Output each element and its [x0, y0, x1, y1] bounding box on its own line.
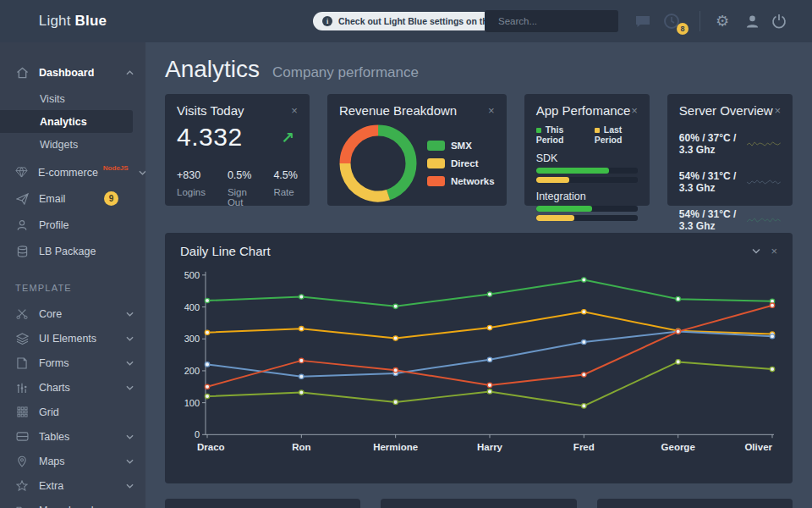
svg-text:500: 500 — [184, 270, 200, 280]
card-title: Revenue Breakdown — [339, 103, 457, 118]
logo-bold-text: Blue — [75, 13, 107, 29]
svg-text:George: George — [661, 442, 695, 452]
visits-today-card: Visits Today × 4.332 ↗ +830 Logins 0.5% — [165, 94, 310, 206]
sidebar-item-maps[interactable]: Maps — [0, 449, 145, 473]
stat-label: Sign Out — [228, 187, 252, 207]
performance-legend: This Period Last Period — [536, 124, 638, 145]
stat-label: Logins — [177, 187, 206, 197]
card-title: Server Overview — [679, 103, 773, 118]
sidebar-item-dashboard[interactable]: Dashboard — [0, 59, 145, 86]
notifications-icon[interactable]: 8 — [661, 0, 683, 42]
sidebar-item-widgets[interactable]: Widgets — [0, 133, 145, 156]
close-icon[interactable]: × — [291, 105, 298, 116]
app-logo[interactable]: Light Blue — [0, 13, 145, 30]
server-sparkline — [747, 138, 781, 150]
sidebar-item-visits[interactable]: Visits — [0, 87, 145, 110]
folder-icon — [15, 505, 29, 508]
legend-swatch — [427, 141, 445, 151]
home-icon — [15, 67, 29, 79]
sidebar-item-email[interactable]: Email 9 — [0, 185, 145, 212]
metric-label-sdk: SDK — [536, 152, 638, 164]
close-icon[interactable]: × — [774, 105, 781, 116]
sidebar-item-label: Profile — [39, 219, 134, 231]
sidebar-item-label: Grid — [39, 406, 134, 418]
sidebar-item-forms[interactable]: Forms — [0, 351, 145, 375]
svg-text:Ron: Ron — [292, 442, 310, 452]
sidebar-item-ecommerce[interactable]: E-commerce NodeJS — [0, 159, 145, 185]
page-subtitle: Company performance — [272, 64, 419, 81]
visits-stat-signout: 0.5% Sign Out — [228, 169, 252, 207]
logo-light-text: Light — [39, 13, 71, 29]
svg-text:400: 400 — [184, 302, 200, 312]
chevron-down-icon — [126, 336, 134, 341]
sidebar-item-tables[interactable]: Tables — [0, 424, 145, 449]
legend-label: Networks — [451, 176, 495, 186]
card-title: Daily Line Chart — [180, 244, 271, 258]
settings-gear-icon[interactable]: ⚙ — [712, 0, 732, 42]
close-icon[interactable]: × — [488, 105, 495, 116]
svg-text:200: 200 — [184, 366, 200, 376]
layers-icon — [15, 333, 29, 345]
close-icon[interactable]: × — [631, 105, 638, 116]
server-row: 54% / 31°C / 3.3 Ghz — [679, 208, 781, 232]
document-icon — [15, 357, 29, 369]
top-navbar: Light Blue i Check out Light Blue settin… — [0, 0, 812, 42]
close-icon[interactable]: × — [771, 246, 777, 257]
dashboard-submenu: Visits Analytics Widgets — [0, 86, 145, 159]
chevron-down-icon — [139, 170, 145, 175]
sidebar-item-label: E-commerce — [38, 167, 98, 179]
notifications-badge: 8 — [677, 23, 689, 35]
svg-text:Oliver: Oliver — [744, 442, 772, 452]
svg-text:Fred: Fred — [573, 442, 595, 452]
scissors-icon — [15, 308, 29, 319]
user-account-icon[interactable] — [742, 0, 762, 42]
metric-label-integration: Integration — [536, 190, 638, 202]
card-title: Visits Today — [177, 103, 244, 118]
sidebar-item-ui-elements[interactable]: UI Elements — [0, 326, 145, 351]
stat-label: Rate — [273, 187, 298, 197]
chevron-down-icon — [126, 483, 134, 489]
search-box[interactable] — [485, 10, 618, 32]
svg-text:100: 100 — [184, 398, 200, 408]
sidebar-item-grid[interactable]: Grid — [0, 400, 145, 424]
revenue-breakdown-card: Revenue Breakdown × SMX Direc — [327, 94, 507, 206]
sidebar-item-lb-package[interactable]: LB Package — [0, 238, 145, 264]
card-title: App Perfomance — [536, 103, 631, 118]
sidebar: Dashboard Visits Analytics Widgets E-com… — [0, 42, 145, 508]
legend-this-period: This Period — [536, 124, 579, 145]
sidebar-item-core[interactable]: Core — [0, 301, 145, 326]
sidebar-item-profile[interactable]: Profile — [0, 212, 145, 238]
sidebar-item-label: Tables — [39, 431, 116, 443]
integration-last-period-bar — [536, 215, 638, 221]
sidebar-item-analytics[interactable]: Analytics — [0, 110, 133, 133]
person-icon — [15, 219, 29, 231]
chevron-down-icon — [126, 361, 134, 366]
sidebar-section-template: TEMPLATE — [15, 283, 145, 293]
messages-icon[interactable] — [633, 0, 653, 42]
sidebar-item-label: Dashboard — [39, 67, 116, 79]
chevron-down-icon — [126, 434, 134, 439]
server-sparkline — [747, 176, 781, 188]
daily-line-chart-card: Daily Line Chart × 0100200300400500Draco… — [165, 233, 793, 483]
logout-power-icon[interactable] — [769, 0, 789, 42]
sidebar-item-extra[interactable]: Extra — [0, 473, 145, 498]
sidebar-item-label: Maps — [39, 456, 116, 467]
legend-item-direct: Direct — [427, 158, 495, 168]
stat-value: 0.5% — [228, 169, 252, 181]
trend-up-arrow-icon: ↗ — [281, 128, 294, 147]
database-icon — [15, 246, 29, 257]
sidebar-item-label: Charts — [39, 382, 116, 394]
sidebar-item-label: Menu Levels — [39, 505, 116, 508]
sidebar-item-charts[interactable]: Charts — [0, 375, 145, 400]
sidebar-item-menu-levels[interactable]: Menu Levels — [0, 498, 145, 508]
search-input[interactable] — [498, 16, 628, 26]
navbar-divider — [700, 11, 700, 31]
collapse-chevron-icon[interactable] — [752, 248, 760, 254]
star-icon — [15, 480, 29, 491]
main-content: Analytics Company performance Visits Tod… — [145, 42, 812, 508]
email-count-badge: 9 — [104, 191, 118, 206]
svg-text:Hermione: Hermione — [373, 442, 418, 452]
sidebar-item-label: Core — [39, 308, 116, 320]
donut-legend: SMX Direct Networks — [427, 141, 495, 186]
server-sparkline — [747, 214, 781, 226]
